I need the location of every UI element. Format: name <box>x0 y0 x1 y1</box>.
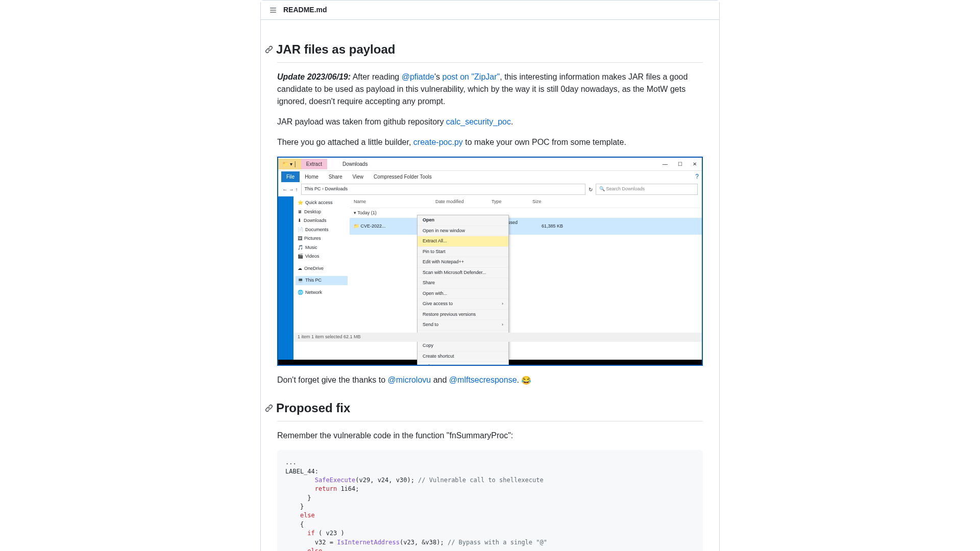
file-size: 61,385 KB <box>532 223 563 230</box>
extract-tab: Extract <box>301 159 327 169</box>
col-size: Size <box>532 198 563 206</box>
ctx-pin-start: Pin to Start <box>418 247 508 258</box>
nav-back-icon: ← → ↑ <box>282 186 298 193</box>
readme-filename[interactable]: README.md <box>283 5 327 15</box>
ctx-copy: Copy <box>418 341 508 352</box>
ctx-delete: Delete <box>418 362 508 366</box>
ctx-shortcut: Create shortcut <box>418 352 508 362</box>
sidebar-quick-access: ⭐ Quick access <box>296 198 348 208</box>
sidebar-music: 🎵 Music <box>296 243 348 253</box>
blue-edge <box>278 196 293 360</box>
sidebar-this-pc: 💻 This PC <box>296 276 348 285</box>
folder-icon: 📁 ▾ │ <box>278 159 301 169</box>
code-comment: // Vulnerable call to shellexecute <box>418 477 544 484</box>
code-kw-else: else <box>307 547 322 551</box>
close-icon: ✕ <box>688 160 702 168</box>
help-icon: ? <box>695 172 699 181</box>
share-tab: Share <box>324 171 348 182</box>
heading-proposed-fix: Proposed fix <box>277 399 703 421</box>
path-box: This PC › Downloads <box>301 184 585 195</box>
ctx-share: Share <box>418 278 508 289</box>
explorer-screenshot: 📁 ▾ │ Extract Downloads — ☐ ✕ File Home … <box>277 157 703 366</box>
code-kw-return: return <box>315 485 337 492</box>
col-type: Type <box>492 198 532 206</box>
text: After reading <box>351 72 402 81</box>
sidebar-downloads: ⬇ Downloads <box>296 216 348 226</box>
code-comment: // Bypass with a single "@" <box>448 539 547 546</box>
col-name: Name <box>354 198 435 206</box>
folder-tools-tab: Compressed Folder Tools <box>369 171 437 182</box>
text: There you go attached a little builder, <box>277 138 413 146</box>
joy-emoji: 😂 <box>521 376 531 385</box>
ctx-send-to: Send to <box>418 320 508 331</box>
text: and <box>431 375 449 384</box>
code-kw-else: else <box>300 512 315 519</box>
statusbar: 1 item 1 item selected 62.1 MB <box>293 333 702 342</box>
paragraph-remember: Remember the vulnerable code in the func… <box>277 430 703 442</box>
view-tab: View <box>348 171 369 182</box>
home-tab: Home <box>300 171 324 182</box>
link-pfiatde[interactable]: @pfiatde <box>402 72 434 81</box>
code-block: ... LABEL_44: SafeExecute(v29, v24, v30)… <box>277 450 703 551</box>
toc-icon[interactable] <box>269 6 277 14</box>
group-today: ▾ Today (1) <box>350 208 702 218</box>
paragraph-builder: There you go attached a little builder, … <box>277 136 703 148</box>
paragraph-update: Update 2023/06/19: After reading @pfiatd… <box>277 71 703 108</box>
text: Don't forget give the thanks to <box>277 375 388 384</box>
code-kw-if: if <box>307 530 314 537</box>
column-headers: Name Date modified Type Size <box>350 196 702 208</box>
link-icon[interactable] <box>265 399 273 417</box>
win-titlebar: 📁 ▾ │ Extract Downloads — ☐ ✕ <box>278 158 702 171</box>
sidebar-onedrive: ☁ OneDrive <box>296 264 348 273</box>
link-calc-security-poc[interactable]: calc_security_poc <box>446 117 511 126</box>
refresh-icon: ↻ <box>589 186 593 193</box>
window-title: Downloads <box>342 160 368 168</box>
text: 's <box>434 72 443 81</box>
ctx-defender: Scan with Microsoft Defender... <box>418 268 508 279</box>
heading-jar-files: JAR files as payload <box>277 40 703 63</box>
context-menu: Open Open in new window Extract All... P… <box>417 215 509 366</box>
ctx-notepad: Edit with Notepad++ <box>418 257 508 268</box>
readme-container: README.md JAR files as payload Update 20… <box>260 0 720 551</box>
ctx-open-with: Open with... <box>418 289 508 299</box>
link-zipjar[interactable]: post on "ZipJar" <box>442 72 500 81</box>
heading-text: Proposed fix <box>276 399 350 417</box>
code-fn-safeexecute: SafeExecute <box>315 477 355 484</box>
ctx-open-new: Open in new window <box>418 226 508 237</box>
ctx-open: Open <box>418 215 508 226</box>
link-mlftsecresponse[interactable]: @mlftsecresponse <box>449 375 517 384</box>
update-prefix: Update 2023/06/19: <box>277 72 351 81</box>
sidebar-pictures: 🖼 Pictures <box>296 234 348 243</box>
ctx-restore: Restore previous versions <box>418 310 508 320</box>
sidebar-documents: 📄 Documents <box>296 226 348 235</box>
win-path: ← → ↑ This PC › Downloads ↻ 🔍 Search Dow… <box>278 182 702 196</box>
col-date: Date modified <box>435 198 492 206</box>
paragraph-thanks: Don't forget give the thanks to @microlo… <box>277 374 703 387</box>
paragraph-jar-payload: JAR payload was taken from github reposi… <box>277 116 703 128</box>
minimize-icon: — <box>657 160 673 168</box>
sidebar-videos: 🎬 Videos <box>296 252 348 261</box>
ctx-extract-all: Extract All... <box>418 236 508 247</box>
readme-header: README.md <box>261 1 719 20</box>
text: JAR payload was taken from github reposi… <box>277 117 446 126</box>
text: to make your own POC from some template. <box>463 138 626 146</box>
code-fn-isinternetaddress: IsInternetAddress <box>337 539 400 546</box>
link-icon[interactable] <box>265 40 273 59</box>
link-microlovu[interactable]: @microlovu <box>388 375 431 384</box>
file-row: 📁 CVE-2022... Compressed (zipp... 61,385… <box>350 218 702 235</box>
markdown-body: JAR files as payload Update 2023/06/19: … <box>261 20 719 551</box>
sidebar-network: 🌐 Network <box>296 288 348 297</box>
heading-text: JAR files as payload <box>276 40 395 59</box>
file-tab: File <box>281 171 300 182</box>
sidebar-desktop: 🖥 Desktop <box>296 208 348 217</box>
ctx-give-access: Give access to <box>418 299 508 310</box>
maximize-icon: ☐ <box>673 160 688 168</box>
win-toolbar: File Home Share View Compressed Folder T… <box>278 171 702 182</box>
link-create-poc[interactable]: create-poc.py <box>413 138 463 146</box>
search-box: 🔍 Search Downloads <box>596 184 698 195</box>
text: . <box>511 117 513 126</box>
